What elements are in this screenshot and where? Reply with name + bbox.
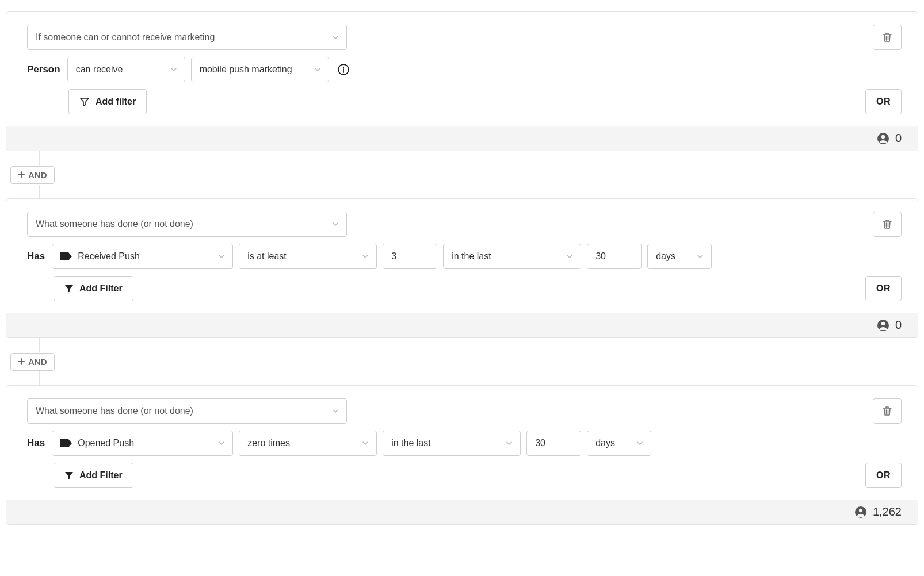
or-label: OR: [876, 470, 891, 481]
svg-point-1: [342, 67, 343, 68]
channel-select[interactable]: mobile push marketing: [191, 57, 329, 82]
unit-label: days: [656, 251, 675, 262]
chevron-down-icon: [333, 222, 338, 226]
event-tag-icon: [60, 252, 72, 260]
condition-type-label: What someone has done (or not done): [36, 406, 193, 416]
chevron-down-icon: [333, 36, 338, 39]
event-select[interactable]: Opened Push: [52, 431, 233, 456]
block-count-footer: 0: [6, 126, 918, 151]
or-label: OR: [876, 97, 891, 107]
can-receive-label: can receive: [76, 64, 123, 75]
chevron-down-icon: [567, 255, 572, 258]
range-select[interactable]: in the last: [383, 431, 521, 456]
operator-select[interactable]: is at least: [239, 244, 377, 269]
chevron-down-icon: [637, 441, 643, 445]
block-count: 0: [895, 132, 902, 145]
chevron-down-icon: [315, 68, 320, 71]
chevron-down-icon: [362, 441, 368, 445]
and-label: AND: [28, 357, 47, 367]
info-icon[interactable]: [337, 63, 350, 76]
operator-select[interactable]: zero times: [239, 431, 377, 456]
and-label: AND: [28, 170, 47, 180]
delete-button[interactable]: [873, 25, 902, 50]
or-label: OR: [876, 283, 891, 294]
has-label: Has: [27, 251, 45, 262]
add-filter-button[interactable]: Add Filter: [54, 463, 133, 488]
svg-point-7: [859, 508, 862, 512]
add-filter-label: Add Filter: [79, 470, 123, 481]
person-label: Person: [27, 64, 60, 75]
block-count: 1,262: [873, 505, 902, 519]
block-count: 0: [895, 318, 902, 332]
operator-label: is at least: [247, 251, 287, 262]
condition-block-2: What someone has done (or not done) Has …: [6, 198, 918, 338]
block-count-footer: 0: [6, 313, 918, 337]
condition-type-select[interactable]: What someone has done (or not done): [27, 398, 347, 424]
chevron-down-icon: [362, 255, 368, 258]
and-connector-1: AND: [6, 151, 918, 198]
range-label: in the last: [391, 438, 430, 448]
add-filter-label: Add filter: [96, 97, 136, 107]
condition-block-3: What someone has done (or not done) Has …: [6, 385, 918, 525]
condition-block-1: If someone can or cannot receive marketi…: [6, 11, 918, 151]
chevron-down-icon: [219, 441, 224, 445]
trash-icon: [883, 219, 892, 229]
event-label: Opened Push: [78, 438, 134, 448]
condition-type-select[interactable]: What someone has done (or not done): [27, 212, 347, 237]
plus-icon: [18, 358, 25, 365]
chevron-down-icon: [697, 255, 703, 258]
range-value-input[interactable]: [526, 431, 581, 456]
filter-icon: [64, 284, 74, 293]
and-connector-2: AND: [6, 338, 918, 385]
condition-type-select[interactable]: If someone can or cannot receive marketi…: [27, 25, 347, 50]
add-filter-label: Add Filter: [79, 283, 123, 294]
unit-select[interactable]: days: [647, 244, 712, 269]
person-count-icon: [877, 319, 889, 332]
delete-button[interactable]: [873, 398, 902, 424]
operator-value-input[interactable]: [383, 244, 437, 269]
or-button[interactable]: OR: [865, 463, 902, 488]
add-filter-button[interactable]: Add Filter: [54, 276, 133, 301]
range-label: in the last: [452, 251, 491, 262]
trash-icon: [883, 406, 892, 416]
operator-label: zero times: [247, 438, 290, 448]
can-receive-select[interactable]: can receive: [67, 57, 185, 82]
channel-label: mobile push marketing: [200, 64, 292, 75]
delete-button[interactable]: [873, 212, 902, 237]
add-filter-button[interactable]: Add filter: [68, 89, 147, 114]
and-button[interactable]: AND: [10, 353, 55, 371]
and-button[interactable]: AND: [10, 166, 55, 184]
chevron-down-icon: [506, 441, 512, 445]
filter-icon: [64, 471, 74, 480]
has-label: Has: [27, 437, 45, 449]
event-select[interactable]: Received Push: [52, 244, 233, 269]
block-count-footer: 1,262: [6, 500, 918, 524]
svg-point-3: [881, 135, 885, 138]
condition-type-label: What someone has done (or not done): [36, 219, 193, 229]
or-button[interactable]: OR: [865, 89, 902, 114]
range-value-input[interactable]: [587, 244, 642, 269]
unit-select[interactable]: days: [587, 431, 651, 456]
range-select[interactable]: in the last: [443, 244, 581, 269]
or-button[interactable]: OR: [865, 276, 902, 301]
plus-icon: [18, 171, 25, 178]
condition-type-label: If someone can or cannot receive marketi…: [36, 32, 215, 43]
event-label: Received Push: [78, 251, 140, 262]
unit-label: days: [595, 438, 615, 448]
person-count-icon: [877, 132, 889, 145]
event-tag-icon: [60, 439, 72, 447]
trash-icon: [883, 32, 892, 43]
chevron-down-icon: [333, 409, 338, 413]
person-count-icon: [854, 506, 867, 519]
svg-point-5: [881, 321, 885, 325]
filter-icon: [79, 97, 90, 107]
chevron-down-icon: [219, 255, 224, 258]
chevron-down-icon: [171, 68, 177, 71]
